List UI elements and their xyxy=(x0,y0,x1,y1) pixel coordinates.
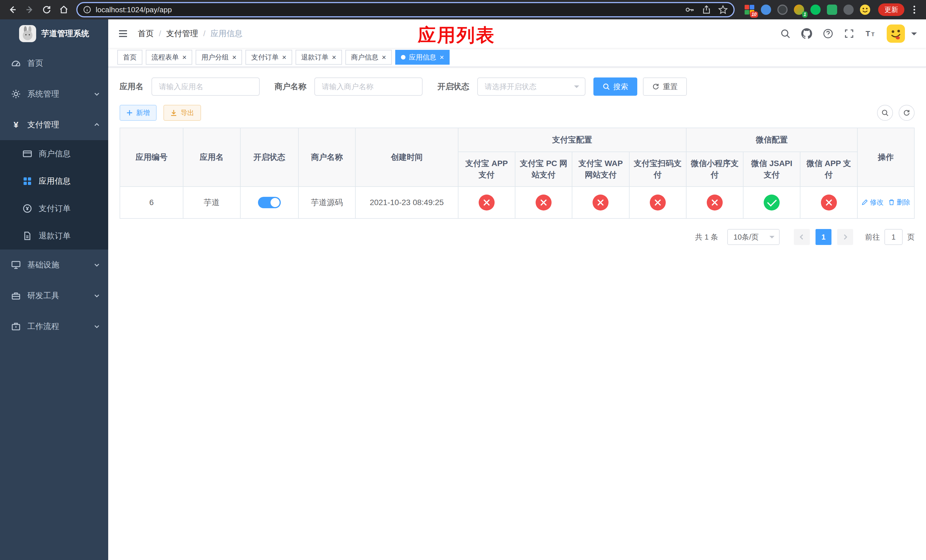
url-text: localhost:1024/pay/app xyxy=(96,5,172,14)
sidebar-item-workflow[interactable]: 工作流程 xyxy=(0,311,108,342)
search-icon[interactable] xyxy=(780,29,790,39)
sidebar-item-app-info[interactable]: 应用信息 xyxy=(0,168,108,195)
font-size-icon[interactable]: TT xyxy=(865,29,876,39)
pagination-total: 共 1 条 xyxy=(695,232,718,242)
collapse-sidebar-icon[interactable] xyxy=(117,28,129,39)
breadcrumb-payment[interactable]: 支付管理 xyxy=(166,28,198,39)
monitor-icon xyxy=(10,260,22,270)
extension-green-circle-icon[interactable] xyxy=(810,4,821,15)
tab-close-icon[interactable]: × xyxy=(440,53,444,61)
filter-bar: 应用名 商户名称 开启状态 请选择开启状态 搜索 重置 xyxy=(120,77,915,96)
sidebar-item-merchant-info[interactable]: 商户信息 xyxy=(0,140,108,168)
browser-menu-icon[interactable] xyxy=(909,6,919,14)
sidebar-item-infrastructure[interactable]: 基础设施 xyxy=(0,250,108,280)
toolbox-icon xyxy=(10,291,22,301)
tab-close-icon[interactable]: × xyxy=(332,53,336,61)
page-number-1[interactable]: 1 xyxy=(816,229,831,245)
col-header-alipay-qr: 支付宝扫码支付 xyxy=(629,152,686,186)
breadcrumb-home[interactable]: 首页 xyxy=(138,28,154,39)
next-page-button[interactable] xyxy=(837,229,853,245)
chevron-down-icon xyxy=(94,262,100,268)
app-table: 应用编号 应用名 开启状态 商户名称 创建时间 支付宝配置 微信配置 操作 支付… xyxy=(120,128,915,219)
status-toggle[interactable] xyxy=(258,197,281,208)
tab-refund-orders[interactable]: 退款订单× xyxy=(295,50,342,65)
merchant-name-input[interactable] xyxy=(314,77,422,96)
sidebar-item-payment-orders[interactable]: 支付订单 xyxy=(0,195,108,222)
sidebar-item-refund-orders[interactable]: 退款订单 xyxy=(0,222,108,250)
tab-app-info[interactable]: 应用信息× xyxy=(395,50,449,65)
sidebar-item-dev-tools[interactable]: 研发工具 xyxy=(0,280,108,311)
refresh-icon[interactable] xyxy=(899,105,915,121)
col-header-alipay-wap: 支付宝 WAP 网站支付 xyxy=(572,152,629,186)
app-name-input[interactable] xyxy=(151,77,260,96)
delete-link[interactable]: 删除 xyxy=(888,198,910,207)
app-logo[interactable]: 芋道管理系统 xyxy=(0,20,108,48)
alipay-qr-status-icon xyxy=(650,195,666,210)
tab-payment-orders[interactable]: 支付订单× xyxy=(245,50,292,65)
tab-user-group[interactable]: 用户分组× xyxy=(196,50,242,65)
tab-close-icon[interactable]: × xyxy=(232,53,236,61)
col-header-wx-lite: 微信小程序支付 xyxy=(686,152,743,186)
extension-dark-circle-icon[interactable] xyxy=(777,4,788,15)
alipay-wap-status-icon xyxy=(593,195,608,210)
browser-chrome: localhost:1024/pay/app 10 xyxy=(0,0,926,20)
prev-page-button[interactable] xyxy=(794,229,810,245)
hide-search-icon[interactable] xyxy=(877,105,893,121)
page-size-select[interactable]: 10条/页 xyxy=(727,229,780,245)
extension-blue-icon[interactable] xyxy=(760,4,772,15)
browser-forward-icon[interactable] xyxy=(22,2,38,18)
app-grid-icon xyxy=(22,176,33,186)
sidebar-item-home[interactable]: 首页 xyxy=(0,48,108,79)
wechat-app-status-icon xyxy=(821,195,837,210)
order-icon xyxy=(22,203,33,213)
col-group-alipay: 支付宝配置 xyxy=(458,128,686,152)
browser-back-icon[interactable] xyxy=(5,2,21,18)
navbar-actions: TT xyxy=(780,24,917,43)
tab-close-icon[interactable]: × xyxy=(182,53,186,61)
extension-emoji-icon[interactable] xyxy=(859,4,871,15)
wechat-jsapi-status-icon xyxy=(764,195,780,210)
content: 应用名 商户名称 开启状态 请选择开启状态 搜索 重置 xyxy=(108,67,926,560)
extension-grid-icon[interactable]: 10 xyxy=(744,4,755,15)
navbar: 首页 / 支付管理 / 应用信息 T xyxy=(108,20,926,48)
add-button[interactable]: 新增 xyxy=(120,105,157,121)
browser-home-icon[interactable] xyxy=(56,2,72,18)
browser-reload-icon[interactable] xyxy=(39,2,54,18)
sidebar-item-payment[interactable]: ¥ 支付管理 xyxy=(0,109,108,140)
main-area: 首页 / 支付管理 / 应用信息 T xyxy=(108,20,926,560)
tab-close-icon[interactable]: × xyxy=(382,53,386,61)
breadcrumb: 首页 / 支付管理 / 应用信息 xyxy=(138,28,243,39)
caret-down-icon[interactable] xyxy=(911,32,917,38)
password-key-icon[interactable] xyxy=(684,5,695,15)
extension-avatar-icon[interactable]: 1 xyxy=(793,4,805,15)
user-avatar[interactable] xyxy=(887,24,905,43)
extension-pin-icon[interactable] xyxy=(843,4,854,15)
sidebar-item-system[interactable]: 系统管理 xyxy=(0,79,108,109)
search-button[interactable]: 搜索 xyxy=(593,77,637,96)
edit-link[interactable]: 修改 xyxy=(861,198,884,207)
browser-address-bar[interactable]: localhost:1024/pay/app xyxy=(76,2,735,17)
fullscreen-icon[interactable] xyxy=(844,29,854,39)
status-select[interactable]: 请选择开启状态 xyxy=(477,77,586,96)
help-icon[interactable] xyxy=(823,29,833,39)
github-icon[interactable] xyxy=(801,28,812,39)
goto-page-input[interactable] xyxy=(884,229,903,245)
gear-icon xyxy=(10,89,22,99)
active-dot xyxy=(401,55,406,59)
reset-button[interactable]: 重置 xyxy=(643,77,687,96)
tab-process-form[interactable]: 流程表单× xyxy=(146,50,192,65)
pagination: 共 1 条 10条/页 1 前往 页 xyxy=(120,229,915,245)
export-button[interactable]: 导出 xyxy=(163,105,201,121)
wechat-lite-status-icon xyxy=(707,195,723,210)
extension-chat-icon[interactable] xyxy=(826,4,838,15)
bookmark-star-icon[interactable] xyxy=(718,5,728,15)
tab-home[interactable]: 首页 xyxy=(117,50,142,65)
browser-extensions: 10 1 更新 xyxy=(741,3,921,16)
browser-update-button[interactable]: 更新 xyxy=(878,3,904,16)
col-header-alipay-app: 支付宝 APP 支付 xyxy=(458,152,515,186)
site-info-icon[interactable] xyxy=(83,6,91,14)
tab-close-icon[interactable]: × xyxy=(282,53,286,61)
tab-merchant-info[interactable]: 商户信息× xyxy=(345,50,392,65)
cell-merchant: 芋道源码 xyxy=(298,186,356,218)
share-icon[interactable] xyxy=(702,5,711,15)
